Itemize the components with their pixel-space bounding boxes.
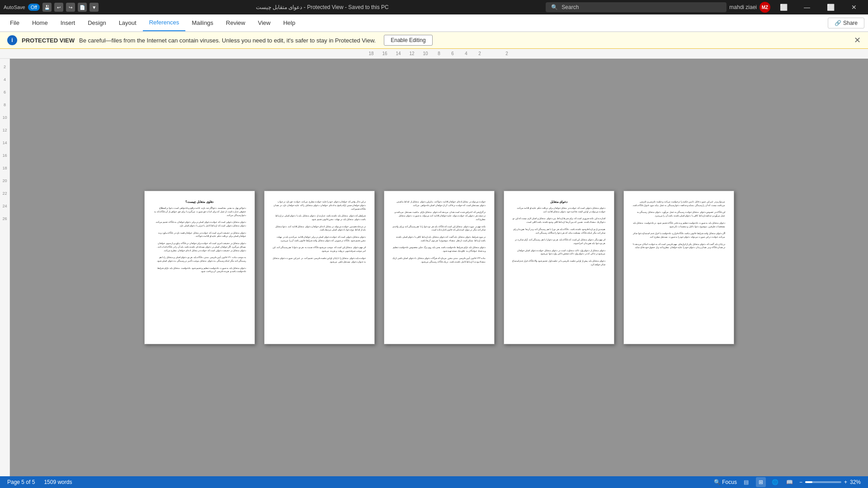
document-title: دعوای متقابل چیست - Protected View - Sav… [256,4,389,10]
page-1-text: دعوا این نهل به معنی مخاصمه. دعوا اگر چه… [153,206,246,273]
page-5: می‌توان و در غیر این صورت قابل تامین حکم… [623,191,734,344]
tab-insert[interactable]: Insert [54,14,82,31]
tab-review[interactable]: Review [220,14,252,31]
tab-file[interactable]: File [4,14,26,31]
minimize-btn[interactable]: — [797,0,817,14]
title-bar: AutoSave Off 💾 ↩ ↪ 📄 ▼ دعوای متقابل چیست… [0,0,868,14]
status-bar: Page 5 of 5 1509 words 🔍 Focus ▤ ⊞ 🌐 📖 −… [0,476,868,488]
tab-design[interactable]: Design [81,14,112,31]
share-button[interactable]: 🔗 Share [828,18,864,28]
web-view-btn[interactable]: 🌐 [770,477,780,487]
page-info: Page 5 of 5 [7,479,35,485]
ribbon-display-btn[interactable]: ⬜ [773,0,794,14]
pages-area: دفاوی متقابل چیست؟ دعوا این نهل به معنی … [10,59,868,476]
tab-mailings[interactable]: Mailings [185,14,220,31]
protected-title: PROTECTED VIEW [22,37,75,44]
page-4-title: دعوای متقابل [512,200,606,204]
page-1-title: دفاوی متقابل چیست؟ [153,200,246,204]
autosave-label: AutoSave [4,5,25,10]
page-1: دفاوی متقابل چیست؟ دعوا این نهل به معنی … [144,191,255,344]
ruler: 18 16 14 12 10 8 6 4 2 2 [0,49,868,59]
zoom-slider[interactable] [805,481,841,483]
zoom-slider-fill [805,481,812,483]
tab-view[interactable]: View [251,14,277,31]
immersive-reader-btn[interactable]: 📖 [785,477,795,487]
protected-view-bar: i PROTECTED VIEW Be careful—files from t… [0,32,868,49]
page-3-text: خوانده می‌تواند در مقابل ادعای خواهان اق… [392,200,486,263]
zoom-bar: − + 32% [799,479,861,485]
title-bar-right: 🔍 Search mahdi ziaei MZ ⬜ — ⬜ ✕ [546,0,864,14]
redo-icon[interactable]: ↪ [66,3,75,12]
tab-help[interactable]: Help [277,14,302,31]
tab-home[interactable]: Home [26,14,54,31]
page-4-text: دعوای متقابل دعوایی است که خوانده در مقا… [512,206,606,267]
close-btn[interactable]: ✕ [844,0,864,14]
new-icon[interactable]: 📄 [78,3,87,12]
word-count: 1509 words [44,479,72,485]
autosave-toggle[interactable]: Off [28,4,40,11]
title-bar-left: AutoSave Off 💾 ↩ ↪ 📄 ▼ [4,3,99,12]
ruler-numbers: 18 16 14 12 10 8 6 4 2 2 [364,51,514,56]
multi-page-view-btn[interactable]: ⊞ [756,477,766,487]
left-ruler: 2 4 6 8 10 12 14 16 18 20 22 24 26 [0,59,10,476]
zoom-in-btn[interactable]: + [844,479,847,485]
print-layout-view-btn[interactable]: ▤ [741,477,751,487]
user-info: mahdi ziaei MZ [729,2,770,13]
title-bar-center: دعوای متقابل چیست - Protected View - Sav… [99,4,546,10]
protected-icon: i [7,35,17,45]
zoom-level: 32% [850,479,861,485]
page-3: خوانده می‌تواند در مقابل ادعای خواهان اق… [384,191,495,344]
save-icon[interactable]: 💾 [42,3,52,12]
tab-layout[interactable]: Layout [113,14,143,31]
page-5-text: می‌توان و در غیر این صورت قابل تامین حکم… [632,200,726,249]
page-2: در این حال وقتی که خواهان دعوای خود را ع… [264,191,375,344]
focus-label[interactable]: 🔍 Focus [714,479,737,485]
search-box[interactable]: 🔍 Search [546,2,726,12]
user-avatar[interactable]: MZ [760,2,770,13]
more-icon[interactable]: ▼ [90,3,99,12]
search-icon: 🔍 [551,4,558,10]
status-right: 🔍 Focus ▤ ⊞ 🌐 📖 − + 32% [714,477,861,487]
protected-message: Be careful—files from the Internet can c… [79,37,376,44]
tab-references[interactable]: References [143,14,185,31]
zoom-out-btn[interactable]: − [799,479,802,485]
ribbon: File Home Insert Design Layout Reference… [0,14,868,32]
restore-btn[interactable]: ⬜ [820,0,841,14]
page-2-text: در این حال وقتی که خواهان دعوای خود را ع… [273,200,366,263]
page-4: دعوای متقابل دعوای متقابل دعوایی است که … [504,191,614,344]
close-protected-icon[interactable]: ✕ [854,35,861,45]
ribbon-tabs: File Home Insert Design Layout Reference… [0,14,868,32]
main-area: 2 4 6 8 10 12 14 16 18 20 22 24 26 دفاوی… [0,59,868,476]
undo-icon[interactable]: ↩ [54,3,63,12]
enable-editing-button[interactable]: Enable Editing [384,35,432,46]
